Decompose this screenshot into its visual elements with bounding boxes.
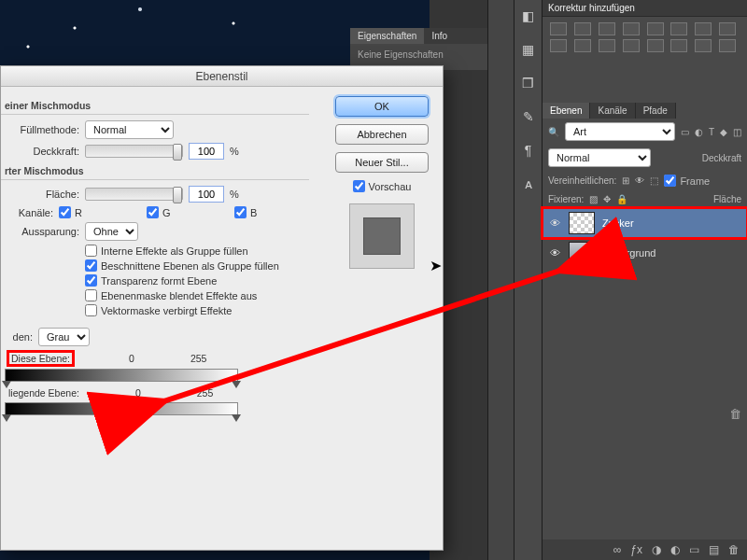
new-adj-icon[interactable]: ◐: [670, 543, 680, 556]
adj-invert-icon[interactable]: [599, 39, 615, 52]
lock-pixels-icon[interactable]: ▨: [589, 194, 598, 204]
blendif-label: den:: [5, 331, 33, 343]
fill-opacity-slider[interactable]: [85, 188, 183, 201]
slider-handle-white[interactable]: [232, 381, 241, 388]
tab-layers[interactable]: Ebenen: [543, 103, 590, 119]
layers-footer: ∞ ƒx ◑ ◐ ▭ ▤ 🗑: [543, 539, 747, 560]
unify-pos-icon[interactable]: ⊞: [622, 175, 629, 186]
dialog-title: Ebenenstil: [1, 66, 443, 87]
layer-thumbnail[interactable]: [569, 212, 595, 234]
adj-photo-filter-icon[interactable]: [719, 22, 736, 35]
right-panel-shell: Korrektur hinzufügen Ebenen Kanäle Pfade…: [542, 0, 747, 560]
layers-panel: Ebenen Kanäle Pfade 🔍 Art ▭ ◐ T ◆ ◫ Norm…: [543, 103, 747, 560]
adj-bw-icon[interactable]: [695, 22, 712, 35]
adj-gradient-map-icon[interactable]: [670, 39, 687, 52]
channel-r-checkbox[interactable]: R: [59, 206, 134, 218]
layer-name[interactable]: Hintergrund: [602, 247, 655, 259]
adj-exposure-icon[interactable]: [623, 22, 640, 35]
adj-vibrance-icon[interactable]: [647, 22, 664, 35]
percent-sign: %: [230, 189, 239, 200]
adj-curves-icon[interactable]: [599, 22, 615, 35]
opacity-input[interactable]: [189, 143, 224, 160]
knockout-select[interactable]: Ohne: [85, 222, 138, 241]
tab-channels[interactable]: Kanäle: [590, 103, 635, 119]
adj-channel-mixer-icon[interactable]: [550, 39, 567, 52]
layer-filter-select[interactable]: Art: [565, 122, 675, 141]
channels-label: Kanäle:: [5, 207, 53, 218]
fill-opacity-input[interactable]: [189, 186, 224, 203]
trash-mid-icon[interactable]: 🗑: [729, 407, 741, 421]
opacity-slider[interactable]: [85, 145, 183, 158]
mask-icon[interactable]: ◑: [652, 543, 661, 556]
cube-icon[interactable]: ❒: [520, 75, 537, 91]
opt-vector-mask-hides[interactable]: Vektormaske verbirgt Effekte: [85, 304, 309, 316]
advanced-blend-header: rter Mischmodus: [1, 165, 309, 180]
filter-adj-icon[interactable]: ◐: [695, 127, 703, 137]
filter-type-icon[interactable]: T: [709, 127, 714, 137]
under-layer-low: 0: [135, 387, 141, 399]
filter-smart-icon[interactable]: ◫: [733, 127, 741, 137]
this-layer-high: 255: [190, 353, 207, 364]
swatch-icon[interactable]: ▦: [520, 41, 537, 58]
fill-method-label: Füllmethode:: [5, 124, 79, 135]
trash-icon[interactable]: 🗑: [728, 543, 740, 556]
adj-hue-icon[interactable]: [670, 22, 687, 35]
blend-mode-select[interactable]: Normal: [548, 148, 651, 167]
tab-paths[interactable]: Pfade: [636, 103, 676, 119]
search-icon[interactable]: 🔍: [548, 127, 559, 137]
adj-selective-color-icon[interactable]: [695, 39, 712, 52]
adj-levels-icon[interactable]: [574, 22, 591, 35]
opt-internal-effects[interactable]: Interne Effekte als Gruppe füllen: [85, 245, 309, 257]
link-layers-icon[interactable]: ∞: [613, 543, 622, 556]
layer-row-zucker[interactable]: 👁 Zucker: [543, 208, 747, 238]
filter-img-icon[interactable]: ▭: [681, 127, 689, 137]
tab-properties[interactable]: Eigenschaften: [350, 28, 424, 44]
this-layer-slider[interactable]: [5, 369, 238, 382]
lock-position-icon[interactable]: ✥: [603, 194, 611, 204]
preview-swatch: [349, 203, 415, 269]
slider-handle-white[interactable]: [232, 414, 241, 422]
under-layer-slider[interactable]: [5, 402, 238, 415]
tab-info[interactable]: Info: [424, 28, 455, 44]
blendif-select[interactable]: Grau: [38, 328, 90, 346]
fill-label: Fläche: [713, 194, 741, 204]
slider-handle-black[interactable]: [2, 381, 11, 388]
history-icon[interactable]: ◧: [520, 7, 537, 24]
fill-method-select[interactable]: Normal: [85, 120, 174, 139]
opt-transparency-shapes[interactable]: Transparenz formt Ebene: [85, 274, 309, 287]
layer-name[interactable]: Zucker: [602, 217, 634, 229]
adj-threshold-icon[interactable]: [647, 39, 664, 52]
frame-checkbox[interactable]: Frame: [664, 175, 710, 187]
fx-icon[interactable]: ƒx: [630, 543, 642, 556]
filter-shape-icon[interactable]: ◆: [720, 127, 727, 137]
adj-color-lookup-icon[interactable]: [574, 39, 591, 52]
new-style-button[interactable]: Neuer Stil...: [335, 152, 429, 173]
character-icon[interactable]: ᴀ: [520, 175, 537, 192]
new-layer-icon[interactable]: ▤: [709, 543, 719, 556]
opt-clip-group[interactable]: Beschnittene Ebenen als Gruppe füllen: [85, 259, 309, 272]
unify-vis-icon[interactable]: 👁: [635, 175, 644, 186]
ok-button[interactable]: OK: [335, 96, 429, 117]
visibility-toggle-icon[interactable]: 👁: [548, 247, 561, 259]
visibility-toggle-icon[interactable]: 👁: [548, 217, 561, 229]
adj-posterize-icon[interactable]: [623, 39, 640, 52]
unify-label: Vereinheitlichen:: [548, 175, 616, 186]
cancel-button[interactable]: Abbrechen: [335, 124, 429, 145]
fill-opacity-label: Fläche:: [5, 189, 79, 200]
layer-thumbnail[interactable]: [569, 242, 595, 264]
adjustments-header: Korrektur hinzufügen: [543, 0, 747, 17]
channel-b-checkbox[interactable]: B: [234, 206, 309, 218]
new-group-icon[interactable]: ▭: [689, 543, 699, 556]
adj-brightness-icon[interactable]: [550, 22, 567, 35]
paragraph-icon[interactable]: ¶: [520, 142, 537, 159]
brush-icon[interactable]: ✎: [520, 108, 537, 125]
adj-more-icon[interactable]: [719, 39, 736, 52]
options-strip: ◧ ▦ ❒ ✎ ¶ ᴀ: [514, 0, 542, 560]
preview-checkbox[interactable]: Vorschau: [353, 180, 412, 192]
slider-handle-black[interactable]: [2, 414, 11, 422]
unify-style-icon[interactable]: ⬚: [650, 175, 658, 186]
lock-all-icon[interactable]: 🔒: [616, 194, 627, 204]
channel-g-checkbox[interactable]: G: [147, 206, 221, 218]
opt-layer-mask-hides[interactable]: Ebenenmaske blendet Effekte aus: [85, 289, 309, 301]
layer-row-background[interactable]: 👁 Hintergrund: [543, 238, 747, 268]
